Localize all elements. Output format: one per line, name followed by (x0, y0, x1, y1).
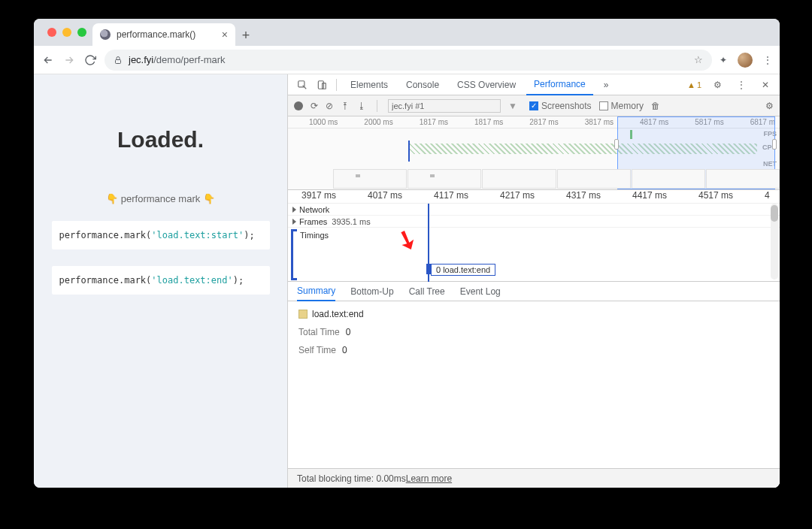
settings-icon[interactable]: ⚙ (709, 77, 726, 93)
detail-ruler: 3917 ms 4017 ms 4117 ms 4217 ms 4317 ms … (288, 190, 780, 204)
page-content: Loaded. 👇 performance mark 👇 performance… (34, 74, 288, 488)
warnings-badge[interactable]: ▲ 1 (687, 80, 701, 89)
page-caption: 👇 performance mark 👇 (106, 193, 215, 204)
frames-row[interactable]: Frames 3935.1 ms (288, 216, 780, 228)
flamechart-area[interactable]: 3917 ms 4017 ms 4117 ms 4217 ms 4317 ms … (288, 190, 780, 282)
url-host: jec.fyi (129, 54, 153, 65)
status-bar: Total blocking time: 0.00ms Learn more (288, 468, 780, 488)
recording-select[interactable]: jec.fyi #1 (388, 99, 501, 113)
browser-menu-icon[interactable]: ⋮ (763, 55, 772, 65)
code-block-end: performance.mark('load.text:end'); (52, 266, 270, 295)
perf-settings-icon[interactable]: ⚙ (765, 101, 774, 111)
svg-rect-0 (116, 59, 121, 63)
profile-avatar[interactable] (738, 53, 753, 68)
memory-checkbox[interactable]: Memory (599, 101, 644, 111)
devtools-panel: Elements Console CSS Overview Performanc… (288, 74, 780, 488)
tab-console[interactable]: Console (398, 74, 447, 95)
tab-performance[interactable]: Performance (526, 74, 593, 95)
address-bar: jec.fyi/demo/perf-mark ☆ ✦ ⋮ (34, 46, 780, 74)
code-block-start: performance.mark('load.text:start'); (52, 221, 270, 249)
maximize-window-icon[interactable] (77, 28, 86, 37)
new-tab-button[interactable]: + (235, 25, 256, 46)
back-button[interactable] (41, 53, 55, 67)
disclosure-triangle-icon[interactable] (292, 219, 296, 225)
tab-favicon-icon (100, 29, 111, 40)
forward-button[interactable] (62, 53, 76, 67)
tab-bottom-up[interactable]: Bottom-Up (350, 286, 393, 297)
network-row[interactable]: Network (288, 204, 780, 216)
devtools-menu-icon[interactable]: ⋮ (733, 77, 750, 93)
devtools-tablist: Elements Console CSS Overview Performanc… (288, 74, 780, 95)
reload-record-icon[interactable]: ⟳ (311, 101, 318, 111)
timing-marker-box[interactable]: 0 load.text:end (431, 264, 495, 276)
tab-strip: performance.mark() × + (34, 19, 780, 46)
svg-rect-3 (323, 83, 326, 89)
learn-more-link[interactable]: Learn more (406, 473, 452, 484)
omnibox[interactable]: jec.fyi/demo/perf-mark ☆ (105, 50, 712, 71)
overview-lane[interactable]: 1000 ms 2000 ms 1817 ms 1817 ms 2817 ms … (288, 116, 780, 190)
overview-handle-left[interactable] (614, 139, 619, 150)
tab-more-icon[interactable]: » (596, 74, 617, 95)
page-heading: Loaded. (117, 127, 204, 153)
device-toggle-icon[interactable] (314, 77, 330, 93)
tab-summary[interactable]: Summary (297, 282, 335, 301)
summary-self-time: Self Time0 (298, 345, 769, 355)
window-controls (41, 28, 92, 46)
chrome-window: performance.mark() × + jec.fyi/demo/perf… (34, 19, 780, 488)
inspect-icon[interactable] (294, 77, 311, 93)
close-window-icon[interactable] (47, 28, 56, 37)
record-button[interactable] (294, 101, 303, 110)
scrollbar-thumb[interactable] (771, 205, 778, 222)
tab-event-log[interactable]: Event Log (460, 286, 501, 297)
summary-pane: Summary Bottom-Up Call Tree Event Log lo… (288, 282, 780, 488)
svg-rect-2 (318, 80, 323, 89)
devtools-close-icon[interactable]: ✕ (757, 77, 774, 93)
summary-item-name: load.text:end (298, 309, 769, 319)
timings-bracket (291, 229, 297, 280)
url-path: /demo/perf-mark (153, 54, 225, 65)
save-profile-icon[interactable]: ⭳ (357, 101, 366, 111)
tab-title: performance.mark() (117, 29, 195, 40)
bottom-tablist: Summary Bottom-Up Call Tree Event Log (288, 282, 780, 301)
screenshots-checkbox[interactable]: ✓Screenshots (529, 101, 592, 111)
tab-css-overview[interactable]: CSS Overview (450, 74, 523, 95)
gc-icon[interactable]: 🗑 (651, 101, 660, 111)
disclosure-triangle-icon[interactable] (292, 207, 296, 213)
clear-icon[interactable]: ⊘ (326, 101, 333, 111)
overview-handle-right[interactable] (772, 139, 777, 150)
timing-swatch-icon (298, 310, 308, 319)
lock-icon (114, 56, 123, 65)
load-profile-icon[interactable]: ⭱ (341, 101, 350, 111)
browser-tab[interactable]: performance.mark() × (92, 23, 235, 46)
summary-total-time: Total Time0 (298, 327, 769, 337)
extensions-icon[interactable]: ✦ (720, 55, 727, 65)
star-icon[interactable]: ☆ (694, 54, 703, 65)
reload-button[interactable] (83, 53, 97, 67)
tab-elements[interactable]: Elements (343, 74, 395, 95)
minimize-window-icon[interactable] (62, 28, 71, 37)
performance-toolbar: ⟳ ⊘ ⭱ ⭳ jec.fyi #1 ▼ ✓Screenshots Memory… (288, 95, 780, 116)
tab-close-icon[interactable]: × (222, 29, 228, 40)
timings-row-label[interactable]: Timings (300, 231, 329, 240)
tab-call-tree[interactable]: Call Tree (409, 286, 445, 297)
